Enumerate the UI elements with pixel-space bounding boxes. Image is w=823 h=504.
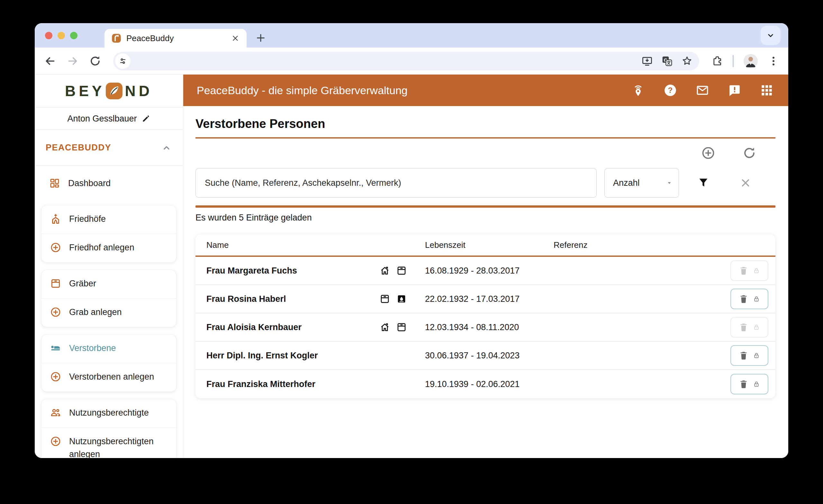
plus-circle-icon — [50, 306, 61, 318]
column-header-name: Name — [206, 240, 425, 250]
sidebar-item-label: Verstorbene — [69, 342, 116, 354]
sidebar-card: GräberGrab anlegen — [41, 270, 176, 327]
person-name: Frau Rosina Haberl — [206, 294, 286, 304]
sidebar-item-nutzungsberechtigten-anlegen[interactable]: Nutzungsberechtigten anlegen — [41, 428, 176, 458]
grave-icon — [396, 265, 407, 276]
sidebar-item-friedhof-anlegen[interactable]: Friedhof anlegen — [41, 234, 176, 262]
sidebar-nav: DashboardFriedhöfeFriedhof anlegenGräber… — [35, 166, 183, 458]
site-settings-button[interactable] — [115, 53, 131, 69]
sidebar-item-dashboard[interactable]: Dashboard — [35, 170, 183, 198]
column-header-lebenszeit: Lebenszeit — [425, 240, 553, 250]
search-row: Anzahl — [195, 168, 776, 198]
lock-icon — [753, 267, 760, 274]
lebenszeit-value: 16.08.1929 - 28.03.2017 — [425, 266, 553, 276]
toolbar-separator — [733, 55, 733, 67]
table-row[interactable]: Herr Dipl. Ing. Ernst Kogler30.06.1937 -… — [195, 342, 776, 370]
extensions-button[interactable] — [711, 55, 723, 67]
lock-icon — [753, 324, 760, 331]
sidebar-card: NutzungsberechtigteNutzungsberechtigten … — [41, 399, 176, 458]
user-row: Anton Gesslbauer — [35, 108, 183, 130]
sidebar-item-friedhöfe[interactable]: Friedhöfe — [41, 205, 176, 234]
browser-menu-button[interactable] — [768, 55, 779, 67]
mail-icon[interactable] — [696, 83, 709, 97]
minimize-window-button[interactable] — [57, 32, 65, 39]
count-select-value: Anzahl — [613, 178, 666, 188]
apps-grid-icon[interactable] — [760, 83, 774, 97]
peacebuddy-favicon — [112, 33, 121, 43]
forward-button[interactable] — [66, 55, 79, 67]
grave-icon — [396, 322, 407, 333]
people-icon — [50, 407, 61, 418]
trash-icon — [739, 266, 749, 276]
sidebar-item-label: Friedhof anlegen — [69, 241, 134, 254]
clear-search-button[interactable] — [739, 177, 752, 189]
delete-button[interactable] — [730, 261, 768, 281]
table-row[interactable]: Frau Rosina Haberl22.02.1932 - 17.03.201… — [195, 285, 776, 313]
row-status-icons — [379, 265, 407, 276]
sidebar-card: VerstorbeneVerstorbenen anlegen — [41, 334, 176, 392]
new-tab-button[interactable] — [255, 32, 267, 44]
cremation-icon — [396, 294, 407, 304]
sidebar-item-verstorbenen-anlegen[interactable]: Verstorbenen anlegen — [41, 363, 176, 391]
sidebar-item-nutzungsberechtigte[interactable]: Nutzungsberechtigte — [41, 399, 176, 428]
refresh-button[interactable] — [742, 146, 757, 160]
table-row[interactable]: Frau Aloisia Kernbauer12.03.1934 - 08.11… — [195, 313, 776, 342]
sidebar-item-label: Dashboard — [68, 177, 111, 190]
row-status-icons — [379, 322, 407, 333]
delete-button[interactable] — [730, 317, 768, 337]
trash-icon — [739, 294, 749, 304]
profile-avatar[interactable] — [743, 54, 758, 68]
delete-button[interactable] — [730, 345, 768, 366]
sidebar-item-verstorbene[interactable]: Verstorbene — [41, 335, 176, 363]
status-text: Es wurden 5 Einträge geladen — [195, 213, 776, 223]
sidebar-item-label: Gräber — [69, 277, 96, 290]
sidebar-item-grab-anlegen[interactable]: Grab anlegen — [41, 299, 176, 327]
grave-icon — [50, 278, 61, 289]
lebenszeit-value: 12.03.1934 - 08.11.2020 — [425, 322, 553, 332]
count-select[interactable]: Anzahl — [605, 168, 679, 198]
sidebar-item-label: Friedhöfe — [69, 212, 106, 225]
install-app-button[interactable] — [641, 55, 653, 67]
sidebar-item-gräber[interactable]: Gräber — [41, 270, 176, 298]
user-name: Anton Gesslbauer — [67, 114, 137, 124]
reload-button[interactable] — [89, 55, 102, 67]
tab-search-button[interactable] — [761, 26, 781, 45]
sidebar: BEY ND Anton Gesslbauer PEACEBUDDY Dashb… — [35, 74, 183, 458]
lebenszeit-value: 30.06.1937 - 19.04.2023 — [425, 351, 553, 361]
church-icon — [50, 213, 61, 225]
browser-toolbar: G — [35, 47, 788, 74]
tune-icon — [118, 56, 127, 65]
translate-button[interactable]: G — [661, 55, 673, 67]
feedback-icon[interactable] — [728, 83, 742, 97]
bookmark-button[interactable] — [681, 55, 693, 67]
app-header-title: PeaceBuddy - die simple Gräberverwaltung — [197, 84, 407, 97]
app-header: PeaceBuddy - die simple Gräberverwaltung… — [183, 74, 788, 106]
table-row[interactable]: Frau Franziska Mitterhofer19.10.1939 - 0… — [195, 370, 776, 398]
maximize-window-button[interactable] — [70, 32, 77, 39]
add-entry-button[interactable] — [701, 146, 716, 160]
delete-button[interactable] — [730, 289, 768, 309]
table-row[interactable]: Frau Margareta Fuchs16.08.1929 - 28.03.2… — [195, 257, 776, 285]
address-bar[interactable]: G — [113, 52, 699, 70]
close-window-button[interactable] — [45, 32, 52, 39]
lock-icon — [753, 380, 760, 388]
logo-text-left: BEY — [65, 82, 105, 100]
location-wifi-icon[interactable] — [631, 83, 645, 97]
browser-tab[interactable]: PeaceBuddy — [105, 29, 246, 47]
collapse-section-button[interactable] — [161, 142, 172, 153]
table-header: Name Lebenszeit Referenz — [195, 234, 776, 257]
tab-close-icon[interactable] — [231, 34, 239, 42]
edit-user-button[interactable] — [142, 114, 150, 123]
search-input[interactable] — [195, 168, 597, 198]
delete-button[interactable] — [730, 374, 768, 394]
help-icon[interactable]: ? — [664, 83, 677, 97]
home-icon — [379, 265, 390, 276]
lebenszeit-value: 22.02.1932 - 17.03.2017 — [425, 294, 553, 304]
dashboard-icon — [49, 177, 60, 189]
beyond-logo: BEY ND — [35, 74, 183, 108]
back-button[interactable] — [44, 55, 56, 67]
tab-title: PeaceBuddy — [126, 33, 226, 43]
column-header-referenz: Referenz — [553, 240, 715, 250]
lock-icon — [753, 295, 760, 303]
filter-button[interactable] — [697, 176, 710, 189]
